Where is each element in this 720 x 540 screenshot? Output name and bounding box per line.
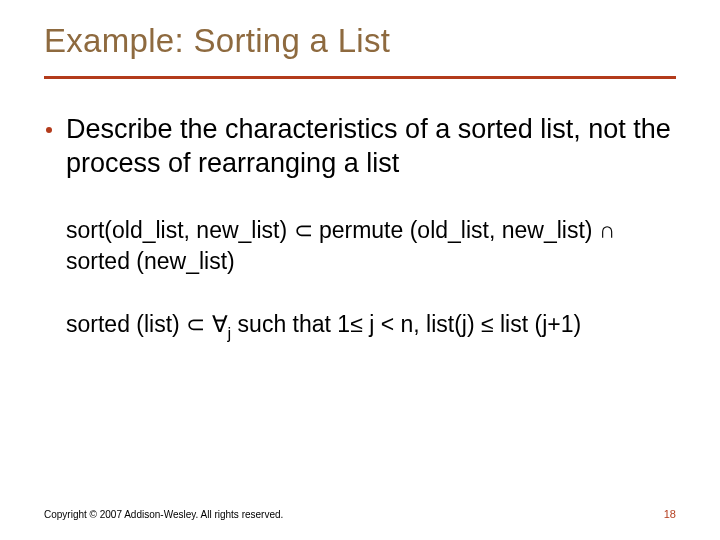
definition-sort: sort(old_list, new_list) ⊂ permute (old_… <box>66 215 656 277</box>
definition-sorted: sorted (list) ⊂ ∀j such that 1≤ j < n, l… <box>66 309 656 344</box>
leq-icon: ≤ <box>350 311 363 337</box>
slide: Example: Sorting a List Describe the cha… <box>0 0 720 540</box>
title-underline <box>44 76 676 79</box>
bullet-text: Describe the characteristics of a sorted… <box>66 113 676 181</box>
copyright-footer: Copyright © 2007 Addison-Wesley. All rig… <box>44 509 283 520</box>
def2-part-a: sorted (list) <box>66 311 186 337</box>
page-number: 18 <box>664 508 676 520</box>
intersect-icon: ∩ <box>599 217 616 243</box>
bullet-dot-icon <box>46 127 52 133</box>
slide-title: Example: Sorting a List <box>44 22 676 70</box>
bullet-item: Describe the characteristics of a sorted… <box>44 113 676 181</box>
def2-part-c: such that 1 <box>231 311 350 337</box>
subscript-j: j <box>228 324 232 343</box>
forall-icon: ∀ <box>212 311 228 337</box>
def1-part-c: sorted (new_list) <box>66 248 235 274</box>
def1-part-a: sort(old_list, new_list) <box>66 217 294 243</box>
leq-icon: ≤ <box>481 311 494 337</box>
def1-part-b: permute (old_list, new_list) <box>313 217 599 243</box>
subset-icon: ⊂ <box>294 217 313 243</box>
def2-part-e: list (j+1) <box>494 311 582 337</box>
def2-part-d: j < n, list(j) <box>363 311 481 337</box>
subset-icon: ⊂ <box>186 311 205 337</box>
